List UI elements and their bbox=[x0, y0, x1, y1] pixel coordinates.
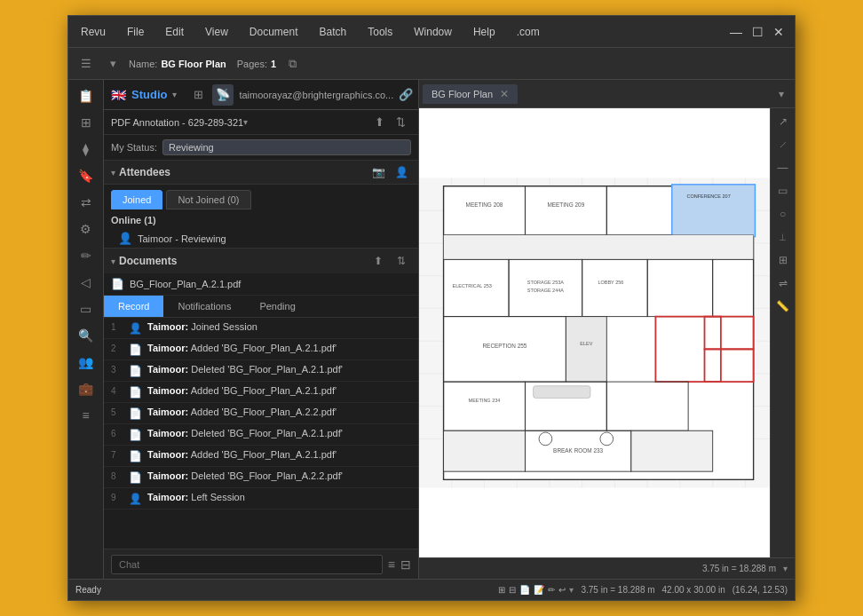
sidebar-suitcase-icon[interactable]: 💼 bbox=[72, 376, 100, 401]
sidebar-pen-icon[interactable]: ✏ bbox=[72, 243, 100, 268]
sidebar-arrow-icon[interactable]: ◁ bbox=[72, 270, 100, 295]
bottom-pen-icon[interactable]: ✏ bbox=[548, 585, 555, 595]
floor-plan-svg: MEETING 208 MEETING 209 CONFERENCE 207 bbox=[419, 108, 770, 557]
doc-name-value: BG Floor Plan bbox=[161, 59, 226, 69]
sidebar-layers-icon[interactable]: ⧫ bbox=[72, 137, 100, 162]
studio-caret-icon[interactable]: ▾ bbox=[172, 90, 177, 99]
attendees-header: ▾ Attendees 📷 👤 bbox=[104, 160, 418, 185]
svg-text:STORAGE 253A: STORAGE 253A bbox=[527, 280, 564, 285]
menu-edit[interactable]: Edit bbox=[162, 24, 187, 40]
panel-toggle-icon[interactable]: ☰ bbox=[75, 53, 97, 75]
menu-batch[interactable]: Batch bbox=[316, 24, 351, 40]
menu-view[interactable]: View bbox=[202, 24, 232, 40]
bottom-grid-icon[interactable]: ⊞ bbox=[498, 585, 505, 595]
record-item: 4 📄 Taimoor: Added 'BG_Floor_Plan_A.2.1.… bbox=[104, 382, 418, 403]
doc-item: 📄 BG_Floor_Plan_A.2.1.pdf bbox=[104, 273, 418, 296]
bottom-markup-icon[interactable]: 📝 bbox=[534, 585, 544, 595]
attendee-person-icon: 👤 bbox=[118, 232, 132, 245]
pages-value: 1 bbox=[271, 59, 276, 69]
record-number: 3 bbox=[111, 364, 123, 375]
chat-input[interactable] bbox=[111, 555, 383, 574]
left-sidebar: 📋 ⊞ ⧫ 🔖 ⇄ ⚙ ✏ ◁ ▭ 🔍 👥 💼 ≡ bbox=[68, 80, 104, 579]
right-tool-arrow-icon[interactable]: ↗ bbox=[773, 112, 793, 131]
chat-list-icon[interactable]: ≡ bbox=[388, 557, 395, 572]
bottom-doc-icon[interactable]: 📄 bbox=[519, 585, 530, 595]
bottom-caret-icon[interactable]: ▾ bbox=[569, 585, 574, 595]
sidebar-compare-icon[interactable]: ⇄ bbox=[72, 190, 100, 215]
chat-filter-icon[interactable]: ⊟ bbox=[400, 557, 411, 572]
record-type-icon: 📄 bbox=[129, 449, 142, 462]
docs-add-icon[interactable]: ⬆ bbox=[368, 251, 388, 271]
status-select[interactable]: Reviewing Approved In Progress bbox=[162, 139, 411, 155]
docs-sort-icon[interactable]: ⇅ bbox=[392, 251, 411, 271]
doc-scale-arrow-icon[interactable]: ▾ bbox=[783, 564, 788, 573]
right-tool-swap-icon[interactable]: ⇌ bbox=[773, 273, 793, 293]
right-tool-circle-icon[interactable]: ○ bbox=[773, 204, 793, 224]
doc-options-icon[interactable]: ⧉ bbox=[281, 53, 303, 75]
record-type-icon: 📄 bbox=[129, 343, 142, 356]
doc-tab-close-icon[interactable]: ✕ bbox=[500, 88, 509, 100]
doc-tab-arrow-icon[interactable]: ▾ bbox=[772, 84, 791, 104]
svg-rect-40 bbox=[566, 317, 606, 382]
attendees-person-add-icon[interactable]: 👤 bbox=[392, 162, 411, 182]
right-tool-ruler-icon[interactable]: 📏 bbox=[773, 296, 793, 316]
menu-tools[interactable]: Tools bbox=[364, 24, 396, 40]
doc-tab-bg-floor-plan[interactable]: BG Floor Plan ✕ bbox=[423, 84, 518, 104]
right-tool-rect-icon[interactable]: ▭ bbox=[773, 181, 793, 201]
sidebar-studio-icon[interactable]: 👥 bbox=[72, 350, 100, 375]
menu-revu[interactable]: Revu bbox=[77, 24, 109, 40]
record-type-icon: 📄 bbox=[129, 385, 142, 399]
right-tool-crop-icon[interactable]: ⊞ bbox=[773, 250, 793, 270]
edit-link-icon[interactable]: 🔗 bbox=[399, 84, 413, 106]
bottom-crop-icon[interactable]: ⊟ bbox=[509, 585, 516, 595]
panel-toggle-down-icon[interactable]: ▾ bbox=[102, 53, 123, 75]
record-item: 2 📄 Taimoor: Added 'BG_Floor_Plan_A.2.1.… bbox=[104, 339, 418, 360]
joined-tab[interactable]: Joined bbox=[111, 190, 162, 209]
menu-document[interactable]: Document bbox=[246, 24, 302, 40]
doc-content-area: MEETING 208 MEETING 209 CONFERENCE 207 bbox=[419, 108, 795, 557]
session-caret-icon[interactable]: ▾ bbox=[243, 117, 248, 127]
document-info: Name: BG Floor Plan Pages: 1 bbox=[129, 59, 276, 69]
status-label: My Status: bbox=[111, 142, 157, 153]
menu-com[interactable]: .com bbox=[513, 24, 543, 40]
maximize-button[interactable]: ☐ bbox=[750, 25, 764, 39]
attendees-collapse-icon[interactable]: ▾ bbox=[111, 168, 115, 178]
name-label: Name: bbox=[129, 59, 157, 69]
menu-window[interactable]: Window bbox=[410, 24, 455, 40]
session-settings-icon[interactable]: ⇅ bbox=[390, 112, 411, 133]
record-number: 9 bbox=[111, 492, 123, 502]
not-joined-tab[interactable]: Not Joined (0) bbox=[166, 190, 250, 209]
pages-label: Pages: bbox=[237, 59, 267, 69]
close-button[interactable]: ✕ bbox=[772, 25, 786, 39]
session-export-icon[interactable]: ⬆ bbox=[368, 112, 390, 133]
sidebar-doc-icon[interactable]: 📋 bbox=[72, 83, 100, 108]
sidebar-stamp-icon[interactable]: ▭ bbox=[72, 296, 100, 321]
record-type-icon: 📄 bbox=[129, 407, 142, 420]
record-tab[interactable]: Record bbox=[104, 296, 163, 317]
sidebar-grid-icon[interactable]: ⊞ bbox=[72, 110, 100, 135]
doc-filename[interactable]: BG_Floor_Plan_A.2.1.pdf bbox=[130, 279, 241, 289]
panel-studio-icon[interactable]: 📡 bbox=[212, 84, 234, 106]
minimize-button[interactable]: — bbox=[729, 25, 743, 39]
studio-label[interactable]: Studio bbox=[131, 88, 167, 101]
doc-file-icon: 📄 bbox=[111, 278, 124, 290]
bottom-arrow-icon[interactable]: ↩ bbox=[558, 585, 566, 595]
docs-collapse-icon[interactable]: ▾ bbox=[111, 257, 115, 266]
chat-bar: ≡ ⊟ bbox=[104, 549, 418, 579]
pending-tab[interactable]: Pending bbox=[245, 296, 309, 317]
dimensions-status: 42.00 x 30.00 in bbox=[662, 585, 725, 595]
notifications-tab[interactable]: Notifications bbox=[163, 296, 245, 317]
menu-help[interactable]: Help bbox=[470, 24, 499, 40]
right-tool-pen-icon[interactable]: ⟋ bbox=[773, 135, 793, 154]
sidebar-bookmark-icon[interactable]: 🔖 bbox=[72, 163, 100, 188]
sidebar-search-icon[interactable]: 🔍 bbox=[72, 323, 100, 348]
right-tool-markup-icon[interactable]: ⟂ bbox=[773, 227, 793, 247]
svg-rect-52 bbox=[444, 430, 526, 471]
sidebar-list-icon[interactable]: ≡ bbox=[72, 403, 100, 428]
attendees-camera-icon[interactable]: 📷 bbox=[368, 162, 388, 182]
sidebar-settings-icon[interactable]: ⚙ bbox=[72, 217, 100, 241]
svg-text:BREAK ROOM 233: BREAK ROOM 233 bbox=[553, 447, 603, 454]
menu-file[interactable]: File bbox=[123, 24, 147, 40]
right-tool-dash-icon[interactable]: — bbox=[773, 158, 793, 178]
panel-grid-icon[interactable]: ⊞ bbox=[187, 84, 209, 106]
